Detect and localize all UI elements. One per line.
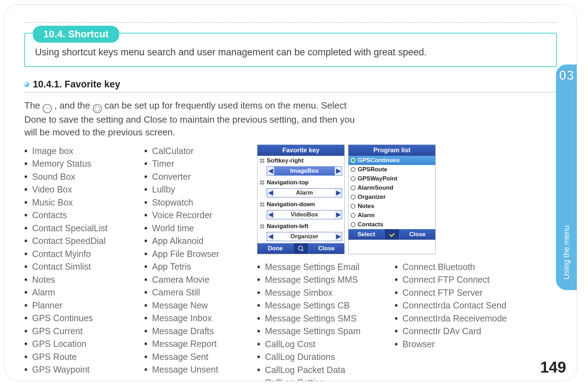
program-list-item[interactable]: Alarm	[348, 211, 435, 220]
radio-icon	[351, 176, 356, 181]
program-list-item[interactable]: Notes	[348, 202, 435, 211]
radio-icon	[351, 222, 356, 227]
program-list-item[interactable]: GPSWayPoint	[348, 174, 435, 183]
hash-icon	[260, 202, 265, 207]
feature-list-col4: Connect BluetoothConnect FTP ConnectConn…	[395, 261, 518, 381]
screenshot-favorite-key: Favorite key Softkey-right◀ImageBox▶Navi…	[257, 145, 345, 254]
program-list-item[interactable]: Contacts	[348, 220, 435, 229]
right-block: Favorite key Softkey-right◀ImageBox▶Navi…	[257, 145, 518, 381]
screenshots-row: Favorite key Softkey-right◀ImageBox▶Navi…	[257, 145, 518, 254]
list-item: App File Browser	[144, 247, 254, 261]
arrow-right-icon[interactable]: ▶	[335, 232, 342, 241]
phone-selector[interactable]: ◀Alarm▶	[267, 188, 342, 197]
program-list-item[interactable]: GPSRoute	[348, 165, 435, 174]
list-item: Message New	[144, 299, 254, 312]
phone-label-row: Navigation-top	[257, 178, 344, 188]
list-item: CallLog Cost	[257, 338, 384, 351]
program-item-label: AlarmSound	[358, 184, 393, 191]
hash-icon	[260, 180, 265, 185]
phone-selector[interactable]: ◀ImageBox▶	[267, 166, 342, 176]
list-item: Browser	[395, 338, 518, 351]
softkey-check-icon[interactable]	[384, 229, 400, 240]
manual-page: 10.4. Shortcut Using shortcut keys menu …	[4, 4, 577, 381]
program-list-item[interactable]: AlarmSound	[348, 183, 435, 192]
arrow-right-icon[interactable]: ▶	[335, 210, 342, 219]
intro-a: The	[24, 100, 43, 111]
section-callout: 10.4. Shortcut Using shortcut keys menu …	[24, 33, 557, 67]
list-item: Memory Status	[24, 157, 141, 170]
chapter-number-outline: 03	[559, 67, 575, 83]
bullet-icon	[24, 82, 29, 87]
intro-paragraph: The ⋯ , and the ◯ can be set up for freq…	[24, 99, 363, 139]
phone-selector[interactable]: ◀Organizer▶	[267, 232, 342, 241]
radio-icon	[351, 213, 356, 218]
list-item: App Tetris	[144, 260, 254, 273]
list-item: Message Unsent	[144, 363, 254, 376]
phone-label-row: Navigation-down	[257, 200, 344, 209]
list-item: Message Settings Spam	[257, 325, 384, 338]
navkey-icon: ◯	[93, 104, 102, 113]
list-item: GPS Route	[24, 350, 141, 363]
arrow-left-icon[interactable]: ◀	[267, 167, 274, 175]
list-item: CallLog Setting	[257, 376, 384, 381]
arrow-right-icon[interactable]: ▶	[335, 189, 342, 197]
chapter-side-tab: 03 03 Using the menu	[556, 65, 577, 290]
phone-selector-value: Organizer	[274, 232, 335, 241]
arrow-left-icon[interactable]: ◀	[267, 210, 274, 219]
arrow-left-icon[interactable]: ◀	[267, 232, 274, 241]
list-item: Message Report	[144, 337, 254, 350]
list-item: Planner	[24, 299, 141, 312]
list-item: Stopwatch	[144, 196, 254, 209]
program-item-label: Notes	[358, 203, 374, 210]
list-item: Contact SpeedDial	[24, 234, 141, 247]
hash-icon	[260, 158, 265, 163]
softkey-close[interactable]: Close	[309, 243, 344, 254]
list-item: Notes	[24, 273, 141, 286]
list-item: Timer	[144, 157, 254, 170]
phone-selector-value: VideoBox	[274, 210, 335, 219]
list-item: Message Settings MMS	[257, 273, 384, 286]
list-item: Connect Bluetooth	[395, 261, 518, 274]
list-item: App Alkanoid	[144, 234, 254, 247]
list-item: CallLog Durations	[257, 350, 384, 363]
list-item: Contact Simlist	[24, 260, 141, 273]
softkey-search-icon[interactable]	[293, 243, 309, 254]
program-list-item[interactable]: GPSContinues	[348, 156, 435, 165]
arrow-left-icon[interactable]: ◀	[267, 189, 274, 197]
softkey-done[interactable]: Done	[257, 243, 293, 254]
phone-selector[interactable]: ◀VideoBox▶	[267, 210, 342, 219]
section-title: 10.4. Shortcut	[33, 26, 119, 43]
divider-dotted	[24, 22, 557, 23]
list-item: Voice Recorder	[144, 209, 254, 222]
list-item: Image box	[24, 145, 141, 158]
softkey-select[interactable]: Select	[348, 229, 384, 240]
list-item: Video Box	[24, 183, 141, 196]
list-item: Alarm	[24, 286, 141, 299]
list-item: Connect FTP Server	[395, 286, 518, 299]
list-item: GPS Current	[24, 325, 141, 338]
list-item: CallLog Packet Data	[257, 363, 384, 376]
page-number: 149	[540, 359, 566, 376]
phone-title: Favorite key	[257, 145, 344, 156]
phone-row-label: Navigation-top	[267, 179, 342, 186]
softkey-close[interactable]: Close	[400, 229, 435, 240]
program-item-label: Contacts	[358, 221, 383, 228]
subsection-title: 10.4.1. Favorite key	[33, 79, 120, 90]
radio-icon	[351, 167, 356, 172]
list-item: GPS Waypoint	[24, 363, 141, 376]
list-item: Camera Still	[144, 286, 254, 299]
radio-icon	[351, 158, 356, 163]
feature-list-col1: Image boxMemory StatusSound BoxVideo Box…	[24, 145, 141, 376]
softkey-icon: ⋯	[43, 104, 52, 113]
subsection-heading: 10.4.1. Favorite key	[24, 79, 557, 93]
program-item-label: Alarm	[358, 212, 375, 219]
program-item-label: GPSContinues	[358, 157, 400, 164]
list-item: Converter	[144, 170, 254, 183]
arrow-right-icon[interactable]: ▶	[335, 167, 342, 175]
list-item: CalCulator	[144, 145, 254, 158]
list-item: Message Settings Email	[257, 261, 384, 274]
program-item-label: GPSWayPoint	[358, 175, 398, 182]
program-list-item[interactable]: Organizer	[348, 192, 435, 202]
section-body: Using shortcut keys menu search and user…	[35, 47, 546, 58]
chapter-label: Using the menu	[562, 225, 571, 280]
